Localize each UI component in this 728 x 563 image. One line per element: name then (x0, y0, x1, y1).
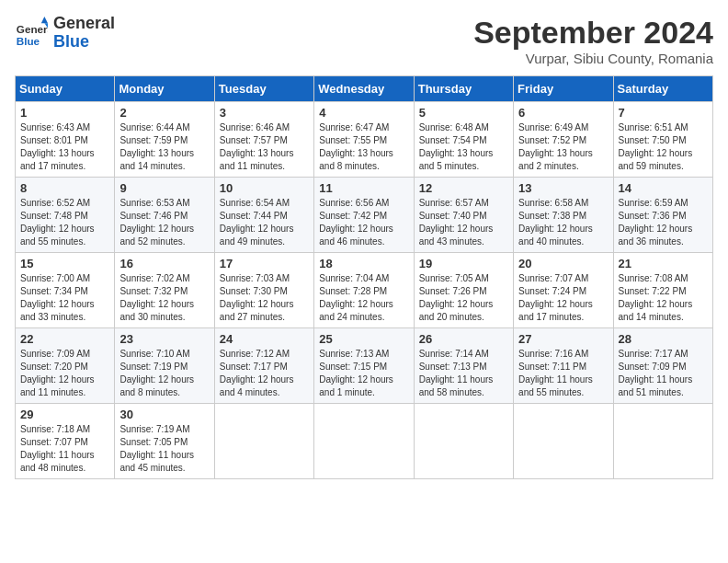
day-info: Sunrise: 7:14 AM Sunset: 7:13 PM Dayligh… (419, 348, 508, 399)
calendar-cell: 1Sunrise: 6:43 AM Sunset: 8:01 PM Daylig… (16, 102, 115, 178)
calendar-week-row: 15Sunrise: 7:00 AM Sunset: 7:34 PM Dayli… (16, 253, 713, 328)
calendar-cell: 7Sunrise: 6:51 AM Sunset: 7:50 PM Daylig… (613, 102, 712, 178)
calendar-cell: 21Sunrise: 7:08 AM Sunset: 7:22 PM Dayli… (613, 253, 712, 328)
calendar-cell: 13Sunrise: 6:58 AM Sunset: 7:38 PM Dayli… (514, 178, 613, 253)
calendar-cell: 9Sunrise: 6:53 AM Sunset: 7:46 PM Daylig… (115, 178, 214, 253)
day-number: 21 (619, 257, 708, 270)
calendar-cell: 19Sunrise: 7:05 AM Sunset: 7:26 PM Dayli… (414, 253, 513, 328)
logo-general: General (53, 15, 115, 33)
day-info: Sunrise: 7:17 AM Sunset: 7:09 PM Dayligh… (619, 348, 708, 399)
calendar-cell: 23Sunrise: 7:10 AM Sunset: 7:19 PM Dayli… (115, 328, 214, 404)
calendar-cell: 6Sunrise: 6:49 AM Sunset: 7:52 PM Daylig… (514, 102, 613, 178)
col-header-wednesday: Wednesday (314, 76, 414, 102)
day-number: 27 (518, 332, 608, 346)
day-info: Sunrise: 6:44 AM Sunset: 7:59 PM Dayligh… (119, 121, 209, 173)
calendar-cell: 30Sunrise: 7:19 AM Sunset: 7:05 PM Dayli… (115, 404, 214, 479)
day-number: 4 (319, 106, 408, 120)
day-number: 28 (619, 332, 708, 346)
day-number: 19 (419, 257, 508, 270)
calendar-cell (514, 404, 613, 479)
col-header-friday: Friday (514, 76, 613, 102)
day-info: Sunrise: 7:03 AM Sunset: 7:30 PM Dayligh… (220, 272, 309, 324)
calendar-cell: 22Sunrise: 7:09 AM Sunset: 7:20 PM Dayli… (16, 328, 115, 404)
day-info: Sunrise: 7:13 AM Sunset: 7:15 PM Dayligh… (319, 348, 408, 399)
day-number: 26 (419, 332, 508, 346)
calendar-cell: 18Sunrise: 7:04 AM Sunset: 7:28 PM Dayli… (314, 253, 414, 328)
day-info: Sunrise: 7:16 AM Sunset: 7:11 PM Dayligh… (518, 348, 608, 399)
day-number: 10 (220, 181, 309, 195)
col-header-saturday: Saturday (613, 76, 712, 102)
day-number: 14 (619, 181, 708, 195)
day-number: 23 (119, 332, 209, 346)
day-info: Sunrise: 6:54 AM Sunset: 7:44 PM Dayligh… (220, 197, 309, 248)
page-header: General Blue General Blue September 2024… (15, 15, 713, 66)
calendar-cell: 8Sunrise: 6:52 AM Sunset: 7:48 PM Daylig… (16, 178, 115, 253)
svg-marker-2 (41, 17, 48, 23)
day-info: Sunrise: 6:47 AM Sunset: 7:55 PM Dayligh… (319, 121, 408, 173)
day-info: Sunrise: 7:07 AM Sunset: 7:24 PM Dayligh… (518, 272, 608, 324)
day-info: Sunrise: 6:56 AM Sunset: 7:42 PM Dayligh… (319, 197, 408, 248)
day-number: 17 (220, 257, 309, 270)
calendar-cell: 15Sunrise: 7:00 AM Sunset: 7:34 PM Dayli… (16, 253, 115, 328)
day-info: Sunrise: 7:02 AM Sunset: 7:32 PM Dayligh… (119, 272, 209, 324)
day-number: 30 (119, 408, 209, 421)
col-header-monday: Monday (115, 76, 214, 102)
day-number: 9 (119, 181, 209, 195)
day-number: 16 (119, 257, 209, 270)
calendar-cell: 25Sunrise: 7:13 AM Sunset: 7:15 PM Dayli… (314, 328, 414, 404)
day-info: Sunrise: 6:46 AM Sunset: 7:57 PM Dayligh… (220, 121, 309, 173)
calendar-cell: 14Sunrise: 6:59 AM Sunset: 7:36 PM Dayli… (613, 178, 712, 253)
day-info: Sunrise: 6:51 AM Sunset: 7:50 PM Dayligh… (619, 121, 708, 173)
title-block: September 2024 Vurpar, Sibiu County, Rom… (473, 15, 713, 66)
calendar-week-row: 22Sunrise: 7:09 AM Sunset: 7:20 PM Dayli… (16, 328, 713, 404)
day-info: Sunrise: 7:19 AM Sunset: 7:05 PM Dayligh… (119, 423, 209, 475)
day-number: 18 (319, 257, 408, 270)
calendar-cell: 11Sunrise: 6:56 AM Sunset: 7:42 PM Dayli… (314, 178, 414, 253)
day-number: 7 (619, 106, 708, 120)
day-info: Sunrise: 6:49 AM Sunset: 7:52 PM Dayligh… (518, 121, 608, 173)
calendar-cell: 10Sunrise: 6:54 AM Sunset: 7:44 PM Dayli… (214, 178, 313, 253)
calendar-cell: 12Sunrise: 6:57 AM Sunset: 7:40 PM Dayli… (414, 178, 513, 253)
calendar-cell (414, 404, 513, 479)
day-number: 2 (119, 106, 209, 120)
day-number: 3 (220, 106, 309, 120)
day-info: Sunrise: 7:05 AM Sunset: 7:26 PM Dayligh… (419, 272, 508, 324)
day-number: 1 (20, 106, 109, 120)
day-info: Sunrise: 7:10 AM Sunset: 7:19 PM Dayligh… (119, 348, 209, 399)
day-number: 6 (518, 106, 608, 120)
calendar-cell (314, 404, 414, 479)
calendar-table: SundayMondayTuesdayWednesdayThursdayFrid… (15, 75, 713, 479)
day-number: 22 (20, 332, 109, 346)
calendar-cell: 29Sunrise: 7:18 AM Sunset: 7:07 PM Dayli… (16, 404, 115, 479)
calendar-cell: 24Sunrise: 7:12 AM Sunset: 7:17 PM Dayli… (214, 328, 313, 404)
day-number: 15 (20, 257, 109, 270)
col-header-sunday: Sunday (16, 76, 115, 102)
day-info: Sunrise: 7:04 AM Sunset: 7:28 PM Dayligh… (319, 272, 408, 324)
day-number: 8 (20, 181, 109, 195)
day-info: Sunrise: 6:59 AM Sunset: 7:36 PM Dayligh… (619, 197, 708, 248)
calendar-week-row: 8Sunrise: 6:52 AM Sunset: 7:48 PM Daylig… (16, 178, 713, 253)
day-info: Sunrise: 6:53 AM Sunset: 7:46 PM Dayligh… (119, 197, 209, 248)
logo-blue: Blue (53, 33, 115, 52)
calendar-cell (214, 404, 313, 479)
calendar-week-row: 1Sunrise: 6:43 AM Sunset: 8:01 PM Daylig… (16, 102, 713, 178)
calendar-cell: 27Sunrise: 7:16 AM Sunset: 7:11 PM Dayli… (514, 328, 613, 404)
day-number: 29 (20, 408, 109, 421)
calendar-cell: 26Sunrise: 7:14 AM Sunset: 7:13 PM Dayli… (414, 328, 513, 404)
location: Vurpar, Sibiu County, Romania (473, 51, 713, 66)
day-info: Sunrise: 6:58 AM Sunset: 7:38 PM Dayligh… (518, 197, 608, 248)
day-info: Sunrise: 6:43 AM Sunset: 8:01 PM Dayligh… (20, 121, 109, 173)
day-number: 13 (518, 181, 608, 195)
day-info: Sunrise: 6:52 AM Sunset: 7:48 PM Dayligh… (20, 197, 109, 248)
day-info: Sunrise: 6:57 AM Sunset: 7:40 PM Dayligh… (419, 197, 508, 248)
calendar-cell (613, 404, 712, 479)
calendar-header-row: SundayMondayTuesdayWednesdayThursdayFrid… (16, 76, 713, 102)
svg-text:General: General (17, 23, 48, 35)
day-number: 20 (518, 257, 608, 270)
day-info: Sunrise: 7:08 AM Sunset: 7:22 PM Dayligh… (619, 272, 708, 324)
calendar-week-row: 29Sunrise: 7:18 AM Sunset: 7:07 PM Dayli… (16, 404, 713, 479)
calendar-cell: 17Sunrise: 7:03 AM Sunset: 7:30 PM Dayli… (214, 253, 313, 328)
day-info: Sunrise: 7:18 AM Sunset: 7:07 PM Dayligh… (20, 423, 109, 475)
day-number: 24 (220, 332, 309, 346)
day-info: Sunrise: 6:48 AM Sunset: 7:54 PM Dayligh… (419, 121, 508, 173)
